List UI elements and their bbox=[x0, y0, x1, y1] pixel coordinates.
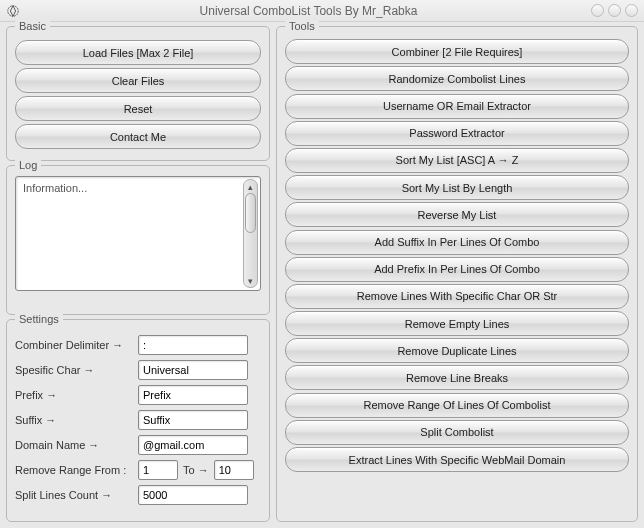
remove-range-to-input[interactable] bbox=[214, 460, 254, 480]
extract-webmail-button[interactable]: Extract Lines With Specific WebMail Doma… bbox=[285, 447, 629, 472]
remove-breaks-button[interactable]: Remove Line Breaks bbox=[285, 365, 629, 390]
split-button[interactable]: Split Combolist bbox=[285, 420, 629, 445]
scroll-up-icon[interactable]: ▴ bbox=[244, 180, 257, 193]
maximize-button[interactable] bbox=[608, 4, 621, 17]
window-title: Universal ComboList Tools By Mr_Rabka bbox=[26, 4, 591, 18]
specific-char-label: Spesific Char → bbox=[15, 364, 133, 376]
prefix-label: Prefix → bbox=[15, 389, 133, 401]
log-group: Log ▴ ▾ bbox=[6, 165, 270, 315]
split-lines-count-input[interactable] bbox=[138, 485, 248, 505]
clear-files-button[interactable]: Clear Files bbox=[15, 68, 261, 93]
log-textarea[interactable] bbox=[21, 180, 242, 287]
add-prefix-button[interactable]: Add Prefix In Per Lines Of Combo bbox=[285, 257, 629, 282]
prefix-input[interactable] bbox=[138, 385, 248, 405]
username-extractor-button[interactable]: Username OR Email Extractor bbox=[285, 94, 629, 119]
remove-range-from-input[interactable] bbox=[138, 460, 178, 480]
log-scrollbar[interactable]: ▴ ▾ bbox=[243, 179, 258, 288]
basic-group: Basic Load Files [Max 2 File] Clear File… bbox=[6, 26, 270, 161]
log-legend: Log bbox=[15, 159, 41, 171]
tools-legend: Tools bbox=[285, 20, 319, 32]
svg-point-0 bbox=[8, 5, 19, 16]
remove-range-to-label: To → bbox=[183, 464, 209, 476]
split-lines-count-label: Split Lines Count → bbox=[15, 489, 133, 501]
suffix-label: Suffix → bbox=[15, 414, 133, 426]
settings-legend: Settings bbox=[15, 313, 63, 325]
window-titlebar: Universal ComboList Tools By Mr_Rabka bbox=[0, 0, 644, 22]
reverse-button[interactable]: Reverse My List bbox=[285, 202, 629, 227]
remove-empty-button[interactable]: Remove Empty Lines bbox=[285, 311, 629, 336]
scroll-thumb[interactable] bbox=[245, 193, 256, 233]
domain-name-input[interactable] bbox=[138, 435, 248, 455]
add-suffix-button[interactable]: Add Suffix In Per Lines Of Combo bbox=[285, 230, 629, 255]
combiner-button[interactable]: Combiner [2 File Requires] bbox=[285, 39, 629, 64]
tools-group: Tools Combiner [2 File Requires] Randomi… bbox=[276, 26, 638, 522]
close-button[interactable] bbox=[625, 4, 638, 17]
remove-specific-button[interactable]: Remove Lines With Specific Char OR Str bbox=[285, 284, 629, 309]
password-extractor-button[interactable]: Password Extractor bbox=[285, 121, 629, 146]
remove-range-button[interactable]: Remove Range Of Lines Of Combolist bbox=[285, 393, 629, 418]
specific-char-input[interactable] bbox=[138, 360, 248, 380]
reset-button[interactable]: Reset bbox=[15, 96, 261, 121]
combiner-delimiter-input[interactable] bbox=[138, 335, 248, 355]
suffix-input[interactable] bbox=[138, 410, 248, 430]
remove-range-from-label: Remove Range From : bbox=[15, 464, 133, 476]
settings-group: Settings Combiner Delimiter → Spesific C… bbox=[6, 319, 270, 522]
sort-asc-button[interactable]: Sort My List [ASC] A → Z bbox=[285, 148, 629, 173]
domain-name-label: Domain Name → bbox=[15, 439, 133, 451]
basic-legend: Basic bbox=[15, 20, 50, 32]
load-files-button[interactable]: Load Files [Max 2 File] bbox=[15, 40, 261, 65]
minimize-button[interactable] bbox=[591, 4, 604, 17]
sort-length-button[interactable]: Sort My List By Length bbox=[285, 175, 629, 200]
combiner-delimiter-label: Combiner Delimiter → bbox=[15, 339, 133, 351]
scroll-down-icon[interactable]: ▾ bbox=[244, 274, 257, 287]
remove-duplicate-button[interactable]: Remove Duplicate Lines bbox=[285, 338, 629, 363]
app-icon bbox=[6, 4, 20, 18]
contact-me-button[interactable]: Contact Me bbox=[15, 124, 261, 149]
randomize-button[interactable]: Randomize Combolist Lines bbox=[285, 66, 629, 91]
